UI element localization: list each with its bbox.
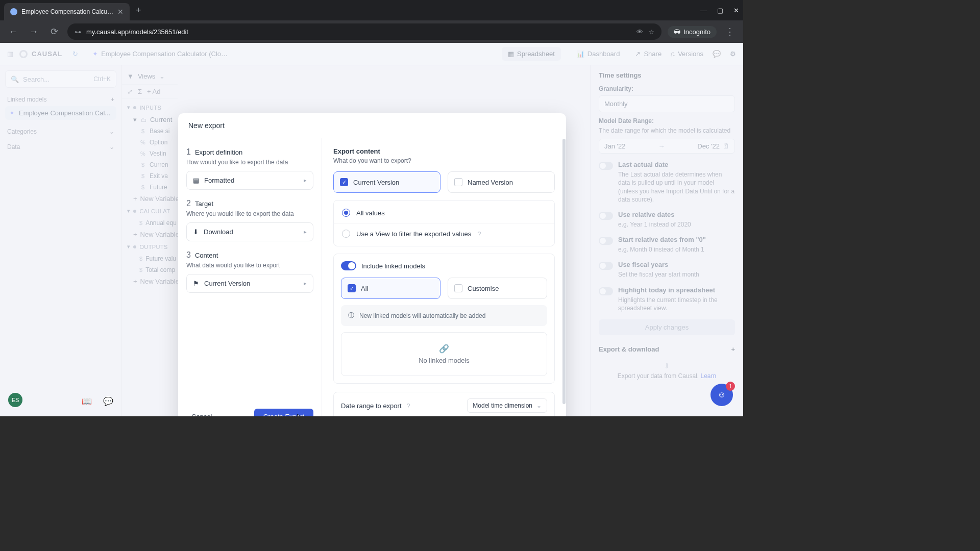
step-target[interactable]: 2Target Where you would like to export t…: [186, 199, 313, 241]
versions-button[interactable]: ⎌ Versions: [671, 50, 703, 58]
maximize-icon[interactable]: ▢: [717, 7, 723, 14]
new-export-modal: New export 1Export definition How would …: [178, 113, 566, 416]
cancel-button[interactable]: Cancel: [186, 409, 217, 416]
views-dropdown[interactable]: ▼ Views ⌄: [122, 68, 178, 85]
step-content[interactable]: 3Content What data would you like to exp…: [186, 251, 313, 293]
toggle-switch-on[interactable]: [341, 261, 356, 270]
outputs-section[interactable]: ▾ OUTPUTS: [122, 240, 178, 253]
variable-item[interactable]: %Option: [122, 137, 178, 148]
option-all[interactable]: ✓ All: [341, 278, 440, 299]
step1-value[interactable]: ▤ Formatted ▸: [186, 171, 313, 190]
toggle-switch[interactable]: [599, 237, 613, 245]
close-icon[interactable]: ✕: [117, 8, 124, 16]
apply-changes-button[interactable]: Apply changes: [599, 319, 735, 335]
brand-logo[interactable]: CAUSAL: [19, 50, 62, 58]
menu-icon[interactable]: ⋮: [723, 26, 737, 37]
tab-spreadsheet[interactable]: ▦ Spreadsheet: [502, 47, 561, 61]
checkbox-icon: ✓: [348, 284, 356, 292]
modal-content-panel: Export content What do you want to expor…: [322, 138, 566, 416]
range-desc: The date range for which the model is ca…: [599, 127, 735, 135]
step2-value[interactable]: ⬇ Download ▸: [186, 222, 313, 241]
variable-item[interactable]: $Base si: [122, 126, 178, 137]
tab-dashboard[interactable]: 📊 Dashboard: [570, 47, 626, 61]
chat-icon[interactable]: 💬: [103, 396, 113, 406]
browser-tab[interactable]: Employee Compensation Calcu… ✕: [4, 3, 130, 20]
data-header[interactable]: Data ⌄: [7, 143, 114, 151]
back-icon[interactable]: ←: [6, 27, 20, 37]
modal-scrollbar[interactable]: [561, 138, 566, 416]
linked-models-header: Linked models +: [7, 96, 114, 103]
sigma-icon[interactable]: Σ: [138, 88, 142, 95]
site-info-icon[interactable]: ⊶: [75, 28, 81, 36]
scroll-thumb[interactable]: [562, 139, 566, 404]
toggle-switch[interactable]: [599, 287, 613, 295]
option-current-version[interactable]: ✓ Current Version: [333, 171, 440, 193]
radio-use-view[interactable]: Use a View to filter the exported values…: [334, 223, 554, 244]
new-variable-button[interactable]: + New Variable: [122, 229, 178, 240]
minimize-icon[interactable]: —: [700, 7, 707, 14]
star-icon[interactable]: ☆: [648, 28, 654, 36]
breadcrumb[interactable]: ✦ Employee Compensation Calculator (Clo…: [92, 50, 228, 58]
search-input[interactable]: 🔍 Search... Ctrl+K: [5, 70, 116, 88]
variable-item[interactable]: $Curren: [122, 159, 178, 170]
toggle-relative-zero[interactable]: Start relative dates from "0"e.g. Month …: [599, 236, 735, 254]
inputs-section[interactable]: ▾ INPUTS: [122, 101, 178, 114]
variable-item[interactable]: $Future: [122, 182, 178, 193]
search-shortcut: Ctrl+K: [93, 76, 111, 83]
include-linked-toggle[interactable]: Include linked models: [341, 261, 547, 270]
categories-header[interactable]: Categories ⌄: [7, 128, 114, 135]
toggle-relative-dates[interactable]: Use relative datese.g. Year 1 instead of…: [599, 211, 735, 229]
folder-current[interactable]: ▾ 🗀 Current: [122, 114, 178, 126]
granularity-select[interactable]: Monthly: [599, 95, 735, 112]
help-fab[interactable]: ☺ 1: [710, 384, 733, 406]
reload-icon[interactable]: ⟳: [47, 26, 61, 37]
new-variable-button[interactable]: + New Variable: [122, 193, 178, 205]
variable-item[interactable]: $Exit va: [122, 170, 178, 182]
share-label: Share: [644, 50, 662, 58]
window-controls: — ▢ ✕: [700, 7, 739, 14]
help-icon[interactable]: ?: [407, 402, 410, 410]
url-input[interactable]: ⊶ my.causal.app/models/235651/edit 👁 ☆: [67, 23, 662, 40]
linked-model-item[interactable]: ✦ Employee Compensation Cal...: [5, 106, 116, 120]
toggle-last-actual[interactable]: Last actual dateThe Last actual date det…: [599, 161, 735, 204]
date-range-select[interactable]: Model time dimension ⌄: [467, 398, 547, 413]
toggle-highlight-today[interactable]: Highlight today in spreadsheetHighlights…: [599, 286, 735, 312]
incognito-icon: 🕶: [674, 28, 680, 36]
refresh-icon[interactable]: ↻: [72, 50, 78, 58]
settings-icon[interactable]: ⚙: [730, 50, 736, 58]
add-icon[interactable]: +: [111, 96, 114, 103]
toolbar-row: ⤢ Σ + Ad: [122, 85, 178, 99]
toggle-switch[interactable]: [599, 212, 613, 220]
checkbox-icon: [454, 178, 462, 186]
variable-item[interactable]: $Annual equ: [122, 217, 178, 229]
book-icon[interactable]: 📖: [82, 396, 92, 406]
add-icon[interactable]: +: [731, 345, 735, 353]
values-filter-group: All values Use a View to filter the expo…: [333, 200, 555, 246]
close-window-icon[interactable]: ✕: [733, 7, 739, 14]
user-avatar[interactable]: ES: [8, 393, 22, 407]
option-customise[interactable]: Customise: [448, 278, 547, 299]
comment-icon[interactable]: 💬: [713, 50, 721, 58]
date-range-input[interactable]: Jan '22 → Dec '22 🗓: [599, 139, 735, 154]
calc-section[interactable]: ▾ CALCULAT: [122, 205, 178, 217]
option-named-version[interactable]: Named Version: [448, 171, 555, 193]
toggle-fiscal-years[interactable]: Use fiscal yearsSet the fiscal year star…: [599, 261, 735, 279]
toggle-switch[interactable]: [599, 162, 613, 170]
radio-all-values[interactable]: All values: [334, 203, 554, 223]
variable-item[interactable]: $Future valu: [122, 253, 178, 264]
learn-link[interactable]: Learn: [701, 372, 717, 380]
step-export-definition[interactable]: 1Export definition How would you like to…: [186, 147, 313, 190]
add-button[interactable]: + Ad: [147, 88, 160, 95]
percent-icon: %: [139, 139, 146, 145]
toggle-switch[interactable]: [599, 262, 613, 270]
share-button[interactable]: ↗ Share: [635, 50, 662, 58]
step3-value[interactable]: ⚑ Current Version ▸: [186, 274, 313, 293]
variable-item[interactable]: $Total comp: [122, 264, 178, 276]
variable-item[interactable]: %Vestin: [122, 148, 178, 159]
sidebar-toggle-icon[interactable]: ▥: [7, 50, 13, 58]
expand-icon[interactable]: ⤢: [127, 88, 133, 95]
help-icon[interactable]: ?: [477, 230, 481, 238]
eye-off-icon[interactable]: 👁: [636, 28, 643, 36]
new-variable-button[interactable]: + New Variable: [122, 276, 178, 287]
new-tab-button[interactable]: +: [136, 5, 141, 16]
